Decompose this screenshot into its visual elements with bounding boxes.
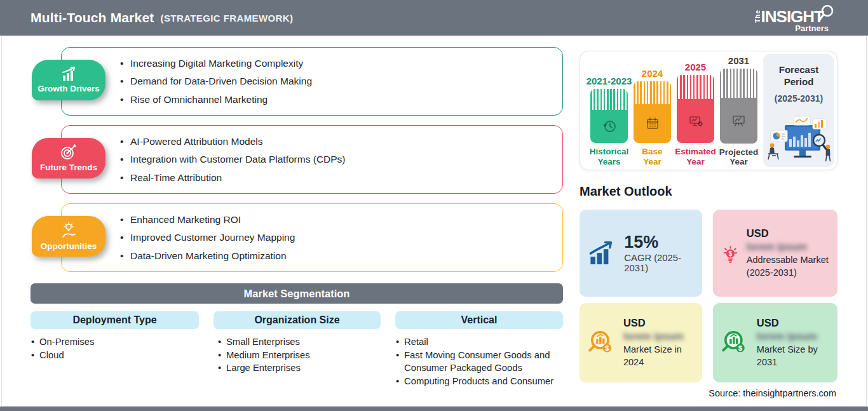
magnifier-lens-icon <box>818 4 835 24</box>
list-item: Fast Moving Consumer Goods and Consumer … <box>395 349 563 375</box>
list-item: AI-Powered Attribution Models <box>120 135 346 147</box>
blurred-value: lorem ipsum <box>757 331 829 342</box>
logo-insight-text: INSIGHT <box>761 8 824 25</box>
badge-label: Growth Drivers <box>37 84 100 93</box>
column-list: Retail Fast Moving Consumer Goods and Co… <box>395 335 563 388</box>
list-item: Medium Enterprises <box>217 349 381 362</box>
currency-label: USD <box>747 227 829 239</box>
forecast-period-panel: Forecast Period (2025-2031) <box>763 54 834 167</box>
segmentation-column-deployment-type: Deployment Type On-Premises Cloud <box>31 311 199 361</box>
market-segmentation-header: Market Segmentation <box>31 283 563 304</box>
badge-label: Opportunities <box>41 241 97 251</box>
list-item: Demand for Data-Driven Decision Making <box>120 75 312 87</box>
bar-body <box>720 98 757 144</box>
forecast-period-range: (2025-2031) <box>775 93 823 104</box>
blurred-value: lorem ipsum <box>623 331 693 342</box>
bar-body <box>590 110 628 143</box>
logo-the-text: The <box>754 10 761 23</box>
segmentation-column-vertical: Vertical Retail Fast Moving Consumer Goo… <box>395 311 563 388</box>
growth-drivers-list: Increasing Digital Marketing Complexity … <box>120 57 312 105</box>
list-item: Rise of Omnichannel Marketing <box>120 93 312 105</box>
growth-chart-icon <box>59 67 78 82</box>
list-item: Improved Customer Journey Mapping <box>120 231 295 243</box>
bar-caption: Historical Years <box>590 147 629 167</box>
cagr-caption: CAGR (2025-2031) <box>624 253 693 273</box>
timeline-bar-estimated: 2025 Estimated Year <box>677 55 714 167</box>
svg-text:$: $ <box>729 250 733 257</box>
insight-partners-logo: The INSIGHT Partners <box>754 4 835 33</box>
list-item: Retail <box>395 335 563 349</box>
bar-stripes <box>677 75 714 99</box>
future-trends-list: AI-Powered Attribution Models Integratio… <box>120 135 346 184</box>
list-item: Increasing Digital Marketing Complexity <box>120 57 312 69</box>
infographic-page: Multi-Touch Market (STRATEGIC FRAMEWORK)… <box>0 0 868 411</box>
bulb-hand-icon <box>59 222 78 239</box>
growth-drivers-box: Increasing Digital Marketing Complexity … <box>61 47 563 116</box>
header: Multi-Touch Market (STRATEGIC FRAMEWORK)… <box>0 0 868 36</box>
presentation-icon <box>730 112 748 130</box>
opportunities-badge: Opportunities <box>32 216 105 257</box>
addressable-market-card: $ USD lorem ipsum Addressable Market (20… <box>713 210 837 297</box>
page-title: Multi-Touch Market <box>31 10 154 25</box>
column-list: Small Enterprises Medium Enterprises Lar… <box>214 335 381 375</box>
bulb-dollar-icon: $ <box>722 237 739 270</box>
page-subtitle: (STRATEGIC FRAMEWORK) <box>161 13 294 24</box>
opportunities-list: Enhanced Marketing ROI Improved Customer… <box>120 213 295 262</box>
bar-year-label: 2025 <box>685 62 706 72</box>
badge-label: Future Trends <box>40 163 97 172</box>
opportunities-box: Enhanced Marketing ROI Improved Customer… <box>61 203 563 272</box>
list-item: Integration with Customer Data Platforms… <box>120 153 346 165</box>
magnifier-chart-icon: $ <box>722 327 749 359</box>
future-trends-box: AI-Powered Attribution Models Integratio… <box>61 125 563 194</box>
source-text: Source: theinsightpartners.com <box>709 388 836 398</box>
growth-bars-arrow-icon <box>588 238 616 269</box>
list-item: Small Enterprises <box>217 335 381 349</box>
currency-label: USD <box>757 317 829 329</box>
list-item: Enhanced Marketing ROI <box>120 213 295 226</box>
card-caption: Market Size in 2024 <box>623 344 693 368</box>
bar-year-label: 2024 <box>642 68 663 79</box>
growth-drivers-badge: Growth Drivers <box>32 60 105 100</box>
monitor-gear-icon <box>687 112 705 130</box>
list-item: Data-Driven Marketing Optimization <box>120 250 295 262</box>
list-item: Large Enterprises <box>217 361 381 375</box>
market-size-2031-card: $ USD lorem ipsum Market Size by 2031 <box>713 303 837 382</box>
timeline-bar-projected: 2031 Projected Year <box>720 55 757 167</box>
cagr-value: 15% <box>624 233 693 252</box>
bar-shape <box>634 81 671 143</box>
column-header: Organization Size <box>214 311 381 329</box>
bar-shape <box>590 89 628 143</box>
timeline-bars: 2021-2023 Historical Years 2024 <box>590 55 757 167</box>
future-trends-badge: Future Trends <box>32 138 105 179</box>
cagr-card: 15% CAGR (2025-2031) <box>580 210 702 297</box>
timeline-card: 2021-2023 Historical Years 2024 <box>580 51 837 170</box>
bar-caption: Estimated Year <box>675 147 716 167</box>
bar-body <box>634 104 671 143</box>
logo-partners-text: Partners <box>795 24 829 33</box>
bar-shape <box>677 75 714 143</box>
bar-year-label: 2031 <box>728 55 749 66</box>
forecast-period-title: Forecast Period <box>773 64 824 88</box>
list-item: Cloud <box>31 349 199 362</box>
bar-stripes <box>590 89 628 110</box>
blurred-value: lorem ipsum <box>747 241 829 253</box>
segmentation-column-organization-size: Organization Size Small Enterprises Medi… <box>214 311 381 375</box>
bar-year-label: 2021-2023 <box>587 76 632 86</box>
market-size-2024-card: $ USD lorem ipsum Market Size in 2024 <box>580 303 702 382</box>
svg-text:$: $ <box>605 344 609 351</box>
bar-stripes <box>634 81 671 104</box>
analytics-illustration <box>766 114 832 163</box>
bar-caption: Projected Year <box>719 147 759 167</box>
bottom-accent-bar <box>0 407 868 411</box>
bar-stripes <box>720 69 757 98</box>
bar-shape <box>720 69 757 144</box>
column-header: Vertical <box>395 311 563 329</box>
column-list: On-Premises Cloud <box>31 335 199 361</box>
market-outlook-title: Market Outlook <box>580 184 672 199</box>
clock-history-icon <box>600 118 618 135</box>
card-caption: Market Size by 2031 <box>757 344 829 368</box>
list-item: Real-Time Attribution <box>120 172 346 184</box>
timeline-bar-base: 2024 Base Year <box>634 55 671 167</box>
bar-body <box>677 99 714 143</box>
list-item: On-Premises <box>31 335 199 349</box>
